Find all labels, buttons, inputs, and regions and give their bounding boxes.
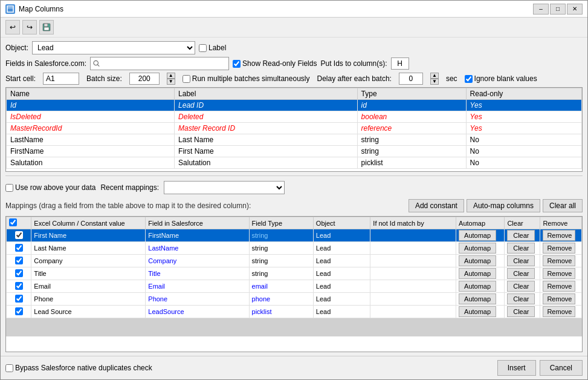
put-ids-input[interactable] bbox=[391, 57, 409, 70]
clear-all-button[interactable]: Clear all bbox=[543, 199, 583, 212]
add-constant-button[interactable]: Add constant bbox=[409, 199, 464, 212]
ignore-blank-checkbox[interactable] bbox=[465, 75, 473, 83]
mapping-row[interactable]: Last Name LastName string Lead Automap C… bbox=[7, 242, 582, 255]
delay-down[interactable]: ▼ bbox=[430, 79, 439, 85]
use-row-checkbox[interactable] bbox=[5, 184, 13, 192]
field-name: FirstName bbox=[7, 146, 175, 157]
automap-btn[interactable]: Automap bbox=[459, 281, 496, 292]
fields-table: Name Label Type Read-only Id Lead ID id … bbox=[6, 88, 582, 169]
clear-btn[interactable]: Clear bbox=[507, 293, 535, 304]
main-window: Map Columns – □ ✕ ↩ ↪ Object: Lead Label bbox=[0, 0, 588, 380]
mapping-use-checkbox[interactable] bbox=[15, 257, 23, 264]
label-checkbox[interactable] bbox=[199, 44, 207, 52]
mapping-row[interactable]: Email Email email Lead Automap Clear Rem… bbox=[7, 280, 582, 293]
clear-btn[interactable]: Clear bbox=[507, 306, 535, 317]
clear-btn[interactable]: Clear bbox=[507, 230, 535, 241]
redo-button[interactable]: ↪ bbox=[22, 20, 37, 34]
separator-1 bbox=[5, 175, 583, 176]
remove-btn[interactable]: Remove bbox=[543, 268, 575, 279]
close-button[interactable]: ✕ bbox=[567, 4, 583, 15]
bypass-checkbox[interactable] bbox=[5, 364, 13, 372]
cancel-button[interactable]: Cancel bbox=[540, 360, 583, 376]
bottom-bar: Bypass Salesforce native duplicates chec… bbox=[1, 356, 587, 379]
batch-size-down[interactable]: ▼ bbox=[167, 79, 175, 85]
mapping-row[interactable]: Title Title string Lead Automap Clear Re… bbox=[7, 267, 582, 280]
mapping-use-checkbox[interactable] bbox=[15, 269, 23, 277]
show-readonly-checkbox[interactable] bbox=[233, 60, 241, 68]
mapping-excel-cell: Title bbox=[31, 267, 146, 280]
field-name: LastName bbox=[7, 134, 175, 146]
mapping-ifnot-cell bbox=[370, 293, 456, 306]
automap-btn[interactable]: Automap bbox=[459, 306, 496, 317]
field-readonly: No bbox=[466, 146, 581, 157]
remove-btn[interactable]: Remove bbox=[543, 243, 575, 254]
clear-btn[interactable]: Clear bbox=[507, 281, 535, 292]
mapping-use-checkbox[interactable] bbox=[15, 307, 23, 315]
clear-btn[interactable]: Clear bbox=[507, 243, 535, 254]
use-all-checkbox[interactable] bbox=[9, 218, 17, 226]
run-multiple-checkbox[interactable] bbox=[183, 75, 190, 83]
mapping-object-cell: Lead bbox=[313, 306, 370, 318]
mapping-use-checkbox[interactable] bbox=[15, 231, 23, 239]
automap-columns-button[interactable]: Auto-map columns bbox=[467, 199, 540, 212]
maximize-button[interactable]: □ bbox=[550, 4, 566, 15]
undo-button[interactable]: ↩ bbox=[5, 20, 20, 34]
mapping-remove-cell: Remove bbox=[540, 280, 582, 293]
mapping-remove-cell: Remove bbox=[540, 306, 582, 318]
search-box[interactable] bbox=[90, 57, 229, 70]
mapping-use-checkbox[interactable] bbox=[15, 295, 23, 303]
remove-btn[interactable]: Remove bbox=[543, 293, 575, 304]
mapping-use-cell bbox=[7, 255, 31, 267]
remove-btn[interactable]: Remove bbox=[543, 255, 575, 266]
toolbar: ↩ ↪ bbox=[1, 18, 587, 38]
mapping-automap-cell: Automap bbox=[456, 306, 505, 318]
field-name: Salutation bbox=[7, 157, 175, 169]
automap-btn[interactable]: Automap bbox=[459, 293, 496, 304]
delay-up[interactable]: ▲ bbox=[430, 73, 439, 79]
batch-size-input[interactable] bbox=[129, 73, 160, 85]
remove-btn[interactable]: Remove bbox=[543, 230, 575, 241]
mappings-header: Mappings (drag a field from the table ab… bbox=[5, 198, 583, 214]
delay-input[interactable] bbox=[399, 73, 423, 85]
mapping-field-cell: Email bbox=[146, 280, 249, 293]
mapping-row[interactable]: Lead Source LeadSource picklist Lead Aut… bbox=[7, 306, 582, 318]
automap-btn[interactable]: Automap bbox=[459, 268, 496, 279]
title-bar: Map Columns – □ ✕ bbox=[1, 1, 587, 18]
mapping-ifnot-cell bbox=[370, 267, 456, 280]
mapping-type-cell: string bbox=[249, 255, 313, 267]
fields-row[interactable]: MasterRecordId Master Record ID referenc… bbox=[7, 123, 582, 134]
insert-button[interactable]: Insert bbox=[497, 360, 536, 376]
bypass-container: Bypass Salesforce native duplicates chec… bbox=[5, 364, 152, 372]
batch-size-up[interactable]: ▲ bbox=[167, 73, 175, 79]
mapping-type-cell: phone bbox=[249, 293, 313, 306]
mapping-row[interactable]: Phone Phone phone Lead Automap Clear Rem… bbox=[7, 293, 582, 306]
automap-btn[interactable]: Automap bbox=[459, 243, 496, 254]
fields-row[interactable]: Id Lead ID id Yes bbox=[7, 100, 582, 111]
start-cell-input[interactable] bbox=[43, 73, 79, 85]
recent-mappings-select[interactable] bbox=[164, 181, 285, 194]
mapping-clear-cell: Clear bbox=[505, 280, 540, 293]
mapping-field-cell: LeadSource bbox=[146, 306, 249, 318]
mapping-row[interactable]: First Name FirstName string Lead Automap… bbox=[7, 229, 582, 242]
minimize-button[interactable]: – bbox=[533, 4, 549, 15]
fields-row[interactable]: Salutation Salutation picklist No bbox=[7, 157, 582, 169]
mapping-use-cell bbox=[7, 280, 31, 293]
mapping-row[interactable]: Company Company string Lead Automap Clea… bbox=[7, 255, 582, 267]
automap-btn[interactable]: Automap bbox=[459, 230, 496, 241]
map-col-field: Field in Salesforce bbox=[146, 217, 249, 229]
mapping-use-checkbox[interactable] bbox=[15, 282, 23, 290]
remove-btn[interactable]: Remove bbox=[543, 281, 575, 292]
save-button[interactable] bbox=[39, 20, 54, 34]
fields-row[interactable]: LastName Last Name string No bbox=[7, 134, 582, 146]
bottom-right: Insert Cancel bbox=[497, 360, 583, 376]
automap-btn[interactable]: Automap bbox=[459, 255, 496, 266]
fields-row[interactable]: IsDeleted Deleted boolean Yes bbox=[7, 111, 582, 123]
start-batch-row: Start cell: Batch size: ▲ ▼ Run multiple… bbox=[5, 73, 583, 85]
remove-btn[interactable]: Remove bbox=[543, 306, 575, 317]
fields-row[interactable]: FirstName First Name string No bbox=[7, 146, 582, 157]
search-input[interactable] bbox=[102, 59, 226, 68]
object-select[interactable]: Lead bbox=[32, 41, 195, 54]
clear-btn[interactable]: Clear bbox=[507, 255, 535, 266]
mapping-use-checkbox[interactable] bbox=[15, 244, 23, 252]
clear-btn[interactable]: Clear bbox=[507, 268, 535, 279]
